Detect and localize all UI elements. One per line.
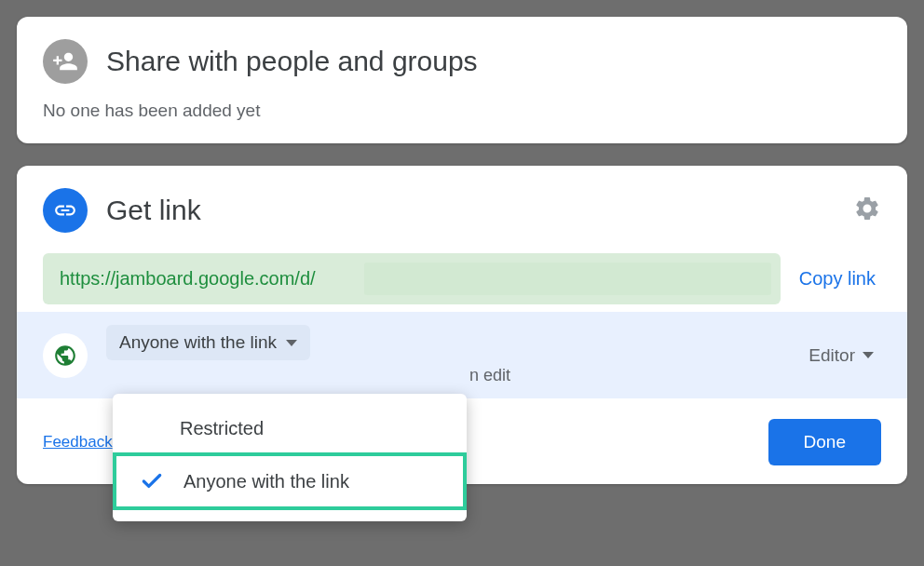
settings-gear-icon[interactable] [853,195,881,226]
access-option-anyone[interactable]: Anyone with the link [113,452,467,510]
access-option-restricted[interactable]: Restricted [113,405,467,452]
chevron-down-icon [863,352,874,358]
check-icon [139,469,165,493]
share-header: Share with people and groups [43,39,881,84]
access-scope-dropdown[interactable]: Anyone with the link [106,325,310,360]
share-subtitle: No one has been added yet [43,101,881,121]
access-option-label: Anyone with the link [183,471,349,492]
share-title: Share with people and groups [106,46,478,77]
get-link-title: Get link [106,195,835,226]
globe-icon [43,333,88,378]
feedback-link[interactable]: Feedback [43,433,113,451]
copy-link-button[interactable]: Copy link [799,268,881,290]
role-label: Editor [808,345,855,366]
link-url-box[interactable]: https://jamboard.google.com/d/ [43,253,781,304]
access-description: n edit [106,366,790,385]
access-scope-menu: Restricted Anyone with the link [113,394,467,521]
access-option-label: Restricted [180,418,264,439]
access-row: Anyone with the link n edit Editor [17,312,907,398]
link-row: https://jamboard.google.com/d/ Copy link [43,253,881,304]
access-scope-label: Anyone with the link [119,332,277,353]
share-people-card: Share with people and groups No one has … [17,17,907,143]
access-center: Anyone with the link n edit [106,325,790,385]
chevron-down-icon [286,340,297,346]
done-button[interactable]: Done [768,419,881,465]
role-dropdown[interactable]: Editor [808,345,881,366]
link-icon [43,188,88,233]
people-add-icon [43,39,88,84]
get-link-header: Get link [43,188,881,233]
